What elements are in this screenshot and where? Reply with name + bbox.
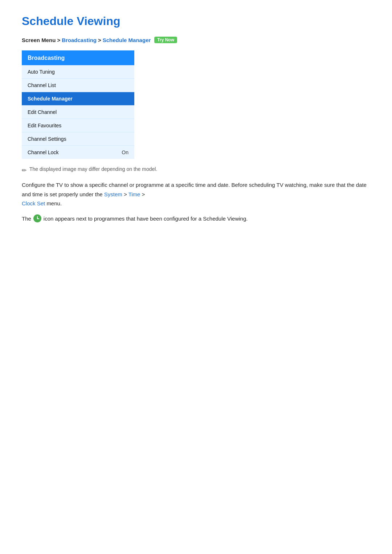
description-paragraph-2: The icon appears next to programmes that… [22,214,370,223]
menu-item-channel-lock[interactable]: Channel Lock On [22,146,134,159]
pencil-icon: ✏ [22,167,26,174]
description-link-clock-set[interactable]: Clock Set [22,200,45,206]
description-2-suffix: icon appears next to programmes that hav… [44,214,248,223]
menu-item-channel-list[interactable]: Channel List [22,79,134,92]
menu-items-list: Auto Tuning Channel List Schedule Manage… [22,65,134,159]
breadcrumb-prefix: Screen Menu [22,37,56,43]
description-separator-2: > [142,191,145,197]
menu-item-schedule-manager[interactable]: Schedule Manager [22,92,134,106]
menu-item-channel-lock-value: On [122,149,128,155]
description-separator-1: > [124,191,127,197]
breadcrumb-link-schedule-manager[interactable]: Schedule Manager [103,37,151,43]
description-link-time[interactable]: Time [128,191,140,197]
menu-panel: Broadcasting Auto Tuning Channel List Sc… [22,50,134,159]
description-text-1: Configure the TV to show a specific chan… [22,182,367,197]
menu-item-channel-settings[interactable]: Channel Settings [22,132,134,146]
breadcrumb: Screen Menu > Broadcasting > Schedule Ma… [22,37,370,43]
description-paragraph-1: Configure the TV to show a specific chan… [22,180,370,208]
breadcrumb-separator-1: > [57,37,60,43]
note-text: The displayed image may differ depending… [29,166,157,172]
breadcrumb-separator-2: > [98,37,101,43]
menu-item-channel-lock-label: Channel Lock [28,149,59,155]
menu-item-auto-tuning[interactable]: Auto Tuning [22,65,134,79]
menu-item-edit-favourites[interactable]: Edit Favourites [22,119,134,132]
description-link-system[interactable]: System [104,191,122,197]
note-row: ✏ The displayed image may differ dependi… [22,166,370,174]
try-now-badge[interactable]: Try Now [154,37,177,43]
description-2-prefix: The [22,214,31,223]
schedule-viewing-icon [33,214,41,222]
breadcrumb-link-broadcasting[interactable]: Broadcasting [62,37,97,43]
page-title: Schedule Viewing [22,15,370,28]
description-suffix-1: menu. [46,200,62,206]
menu-item-edit-channel[interactable]: Edit Channel [22,106,134,119]
menu-panel-header: Broadcasting [22,50,134,65]
